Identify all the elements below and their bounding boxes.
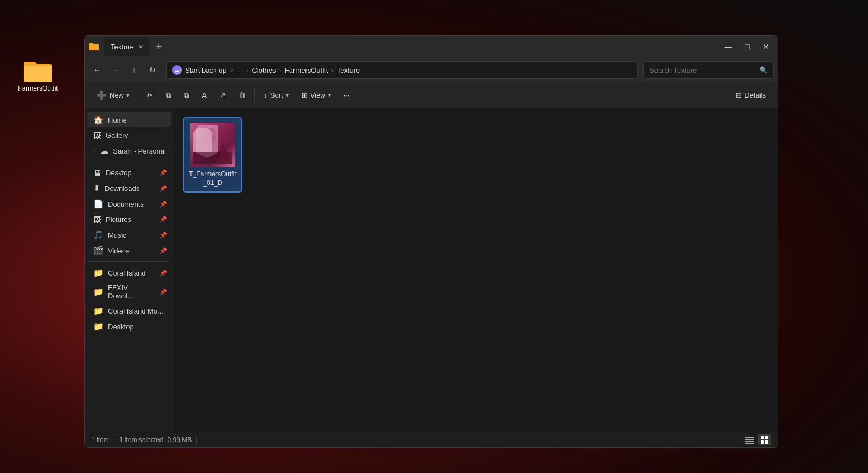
sidebar-item-music-label: Music — [108, 231, 126, 239]
forward-button[interactable]: → — [107, 62, 124, 78]
sidebar-item-videos-label: Videos — [108, 247, 130, 255]
new-label: New — [110, 91, 124, 99]
sidebar-chevron-icon: › — [93, 148, 95, 154]
more-icon: ··· — [344, 91, 350, 99]
desktop-folder-icon[interactable]: FarmersOutfit — [16, 60, 60, 92]
file-explorer-window: Texture ✕ + — □ ✕ ← → ↑ ↻ ☁ Start back u… — [84, 35, 778, 448]
sidebar-item-ffxiv[interactable]: 📁 FFXIV Downl... 📌 — [87, 281, 171, 303]
search-icon: 🔍 — [760, 66, 768, 74]
downloads-icon: ⬇ — [93, 183, 100, 193]
breadcrumb-clothes[interactable]: Clothes — [252, 66, 276, 74]
svg-rect-8 — [745, 443, 754, 444]
sidebar-item-coral-island-mod-label: Coral Island Mo... — [108, 307, 163, 315]
svg-rect-7 — [745, 441, 754, 442]
sidebar-item-coral-island[interactable]: 📁 Coral Island 📌 — [87, 265, 171, 280]
view-button[interactable]: ⊞ View ▾ — [296, 86, 336, 105]
search-input[interactable] — [649, 66, 756, 74]
sidebar-item-home-label: Home — [108, 116, 127, 124]
texture-svg — [190, 123, 235, 167]
nav-bar: ← → ↑ ↻ ☁ Start back up > ··· › Clothes … — [85, 57, 778, 82]
sidebar-item-documents[interactable]: 📄 Documents 📌 — [87, 196, 171, 212]
breadcrumb-start[interactable]: Start back up — [185, 66, 227, 74]
new-chevron-icon: ▾ — [126, 92, 129, 98]
status-bar-right — [743, 434, 771, 445]
sidebar-item-music[interactable]: 🎵 Music 📌 — [87, 227, 171, 242]
texture-preview — [190, 123, 235, 167]
svg-rect-3 — [193, 152, 232, 164]
sidebar-divider-1 — [89, 162, 169, 162]
sidebar-item-desktop2[interactable]: 📁 Desktop — [87, 319, 171, 334]
paste-button[interactable]: ⧉ — [178, 86, 194, 105]
sidebar-item-desktop[interactable]: 🖥 Desktop 📌 — [87, 165, 171, 180]
view-chevron-icon: ▾ — [328, 92, 331, 98]
pin-icon-ffxiv: 📌 — [159, 289, 167, 296]
tab-label: Texture — [111, 43, 134, 51]
maximize-button[interactable]: □ — [741, 40, 754, 53]
breadcrumb[interactable]: ☁ Start back up > ··· › Clothes › Farmer… — [166, 61, 638, 79]
title-folder-icon — [89, 43, 99, 50]
new-button[interactable]: ➕ New ▾ — [91, 86, 135, 105]
toolbar-sep-2 — [254, 89, 255, 102]
sort-label: Sort — [270, 91, 283, 99]
up-button[interactable]: ↑ — [126, 62, 142, 78]
cut-button[interactable]: ✂ — [142, 86, 158, 105]
svg-rect-10 — [765, 436, 768, 439]
breadcrumb-texture[interactable]: Texture — [337, 66, 360, 74]
sidebar-item-coral-island-mod[interactable]: 📁 Coral Island Mo... — [87, 303, 171, 318]
tab-close-button[interactable]: ✕ — [138, 43, 143, 50]
coral-island-folder-icon: 📁 — [93, 268, 104, 278]
breadcrumb-more[interactable]: ··· — [237, 66, 243, 74]
sidebar-item-downloads-label: Downloads — [105, 184, 139, 193]
svg-rect-5 — [745, 437, 754, 438]
file-thumbnail — [190, 123, 235, 167]
back-button[interactable]: ← — [89, 62, 105, 78]
pin-icon-pictures: 📌 — [159, 216, 167, 223]
svg-rect-12 — [765, 440, 768, 444]
share-button[interactable]: ↗ — [214, 86, 231, 105]
pictures-icon: 🖼 — [93, 215, 101, 224]
status-sep-1: | — [113, 436, 115, 444]
minimize-button[interactable]: — — [720, 40, 737, 53]
desktop2-folder-icon: 📁 — [93, 322, 104, 331]
copy-button[interactable]: ⧉ — [161, 86, 176, 105]
toolbar-sep-1 — [138, 89, 138, 102]
sidebar-item-home[interactable]: 🏠 Home — [87, 112, 171, 127]
list-view-toggle[interactable] — [743, 434, 756, 445]
grid-view-toggle[interactable] — [758, 434, 771, 445]
svg-rect-11 — [761, 440, 764, 444]
sidebar-item-desktop2-label: Desktop — [108, 323, 134, 331]
grid-view-icon — [761, 436, 769, 444]
search-box[interactable]: 🔍 — [643, 61, 774, 79]
sort-button[interactable]: ↕ Sort ▾ — [258, 86, 293, 105]
details-label: Details — [744, 91, 766, 99]
sidebar-item-pictures[interactable]: 🖼 Pictures 📌 — [87, 212, 171, 227]
close-window-button[interactable]: ✕ — [758, 40, 774, 53]
toolbar-right: ⊟ Details — [730, 86, 771, 105]
coral-island-mod-folder-icon: 📁 — [93, 306, 104, 316]
rename-button[interactable]: Ā — [196, 86, 212, 105]
sort-chevron-icon: ▾ — [286, 92, 289, 98]
cloud-icon: ☁ — [100, 146, 108, 156]
more-button[interactable]: ··· — [339, 86, 355, 105]
svg-rect-6 — [745, 439, 754, 440]
sidebar-item-gallery[interactable]: 🖼 Gallery — [87, 128, 171, 143]
sidebar-item-sarah-personal[interactable]: › ☁ Sarah - Personal — [87, 143, 171, 158]
sidebar-item-videos[interactable]: 🎬 Videos 📌 — [87, 243, 171, 258]
sidebar-item-downloads[interactable]: ⬇ Downloads 📌 — [87, 181, 171, 196]
add-tab-button[interactable]: + — [153, 41, 165, 53]
tab-texture[interactable]: Texture ✕ — [104, 37, 150, 56]
details-button[interactable]: ⊟ Details — [730, 86, 771, 105]
breadcrumb-farmersoutfit[interactable]: FarmersOutfit — [285, 66, 328, 74]
pin-icon-videos: 📌 — [159, 247, 167, 254]
file-item-farmersoutfit[interactable]: T_FarmersOutfit_01_D — [183, 117, 242, 193]
delete-button[interactable]: 🗑 — [233, 86, 251, 105]
details-icon: ⊟ — [736, 91, 742, 99]
sidebar-item-coral-island-label: Coral Island — [108, 269, 145, 277]
view-label: View — [310, 91, 326, 99]
status-bar: 1 item | 1 item selected 0.99 MB | — [85, 432, 778, 447]
status-sep-2: | — [196, 436, 197, 444]
file-area[interactable]: T_FarmersOutfit_01_D — [174, 108, 778, 432]
toolbar: ➕ New ▾ ✂ ⧉ ⧉ Ā ↗ 🗑 ↕ Sort ▾ ⊞ — [85, 82, 778, 108]
paste-icon: ⧉ — [184, 91, 189, 100]
refresh-button[interactable]: ↻ — [144, 62, 161, 78]
